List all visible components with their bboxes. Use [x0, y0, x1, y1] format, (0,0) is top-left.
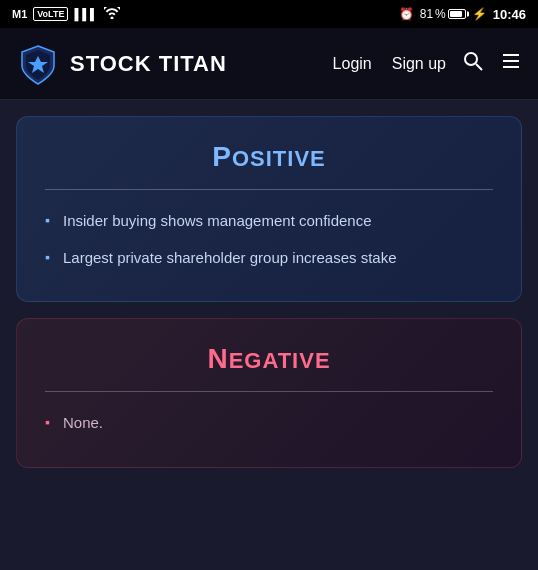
nav-links: Login Sign up: [333, 55, 446, 73]
volte-badge: VoLTE: [33, 7, 68, 21]
list-item: Largest private shareholder group increa…: [45, 247, 493, 270]
nav-icons: [462, 50, 522, 77]
status-bar: M1 VoLTE ▌▌▌ ⏰ 81% ⚡ 10:46: [0, 0, 538, 28]
battery-icon: [448, 9, 466, 19]
logo-container: STOCK TITAN: [16, 42, 333, 86]
signal-icon: ▌▌▌: [74, 8, 97, 20]
positive-title: POSITIVE: [45, 141, 493, 173]
list-item: None.: [45, 412, 493, 435]
logo-shield-icon: [16, 42, 60, 86]
alarm-icon: ⏰: [399, 7, 414, 21]
negative-divider: [45, 391, 493, 392]
main-content: POSITIVE Insider buying shows management…: [0, 100, 538, 570]
search-icon[interactable]: [462, 50, 484, 77]
positive-rest: OSITIVE: [232, 146, 326, 171]
status-right: ⏰ 81% ⚡ 10:46: [399, 7, 526, 22]
positive-list: Insider buying shows management confiden…: [45, 210, 493, 269]
positive-divider: [45, 189, 493, 190]
svg-line-2: [476, 64, 482, 70]
battery-indicator: 81%: [420, 7, 466, 21]
positive-card: POSITIVE Insider buying shows management…: [16, 116, 522, 302]
status-left: M1 VoLTE ▌▌▌: [12, 7, 120, 21]
negative-first-letter: N: [207, 343, 228, 374]
negative-rest: EGATIVE: [229, 348, 331, 373]
positive-first-letter: P: [212, 141, 232, 172]
negative-list: None.: [45, 412, 493, 435]
list-item: Insider buying shows management confiden…: [45, 210, 493, 233]
signup-link[interactable]: Sign up: [392, 55, 446, 73]
login-link[interactable]: Login: [333, 55, 372, 73]
negative-card: NEGATIVE None.: [16, 318, 522, 468]
wifi-icon: [104, 7, 120, 21]
navbar: STOCK TITAN Login Sign up: [0, 28, 538, 100]
svg-point-1: [465, 53, 477, 65]
menu-icon[interactable]: [500, 50, 522, 77]
negative-title: NEGATIVE: [45, 343, 493, 375]
charging-icon: ⚡: [472, 7, 487, 21]
carrier-label: M1: [12, 8, 27, 20]
battery-level: 81: [420, 7, 433, 21]
time-display: 10:46: [493, 7, 526, 22]
logo-text: STOCK TITAN: [70, 51, 227, 77]
